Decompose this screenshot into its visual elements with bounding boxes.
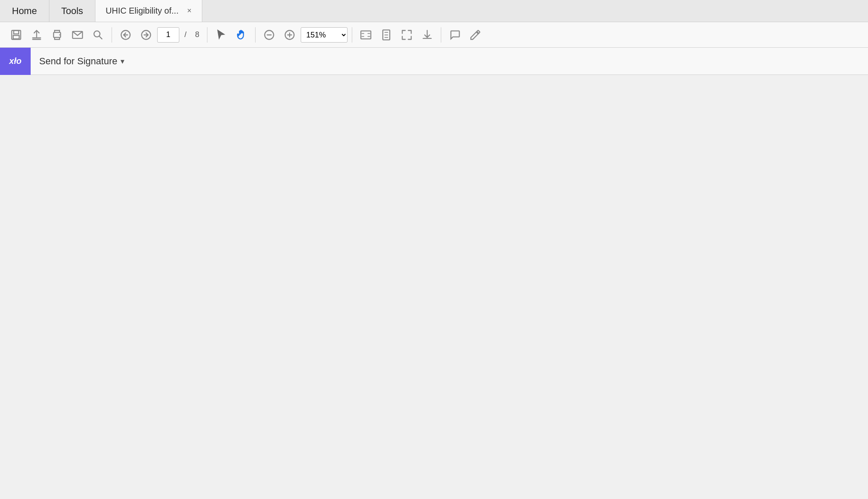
tab-doc-label: UHIC Eligibility of... [106, 6, 178, 16]
tab-bar: Home Tools UHIC Eligibility of... × [0, 0, 868, 22]
search-icon [92, 29, 104, 41]
page-number-input[interactable] [157, 27, 179, 43]
svg-rect-11 [361, 31, 371, 39]
tab-tools[interactable]: Tools [49, 0, 95, 22]
fit-width-icon [360, 29, 372, 41]
zoom-in-icon [284, 29, 296, 41]
upload-button[interactable] [27, 26, 46, 44]
print-button[interactable] [48, 26, 66, 44]
hand-tool-button[interactable] [232, 26, 251, 44]
close-icon[interactable]: × [187, 6, 192, 15]
upload-icon [31, 29, 43, 41]
plugin-logo: xło [0, 48, 31, 75]
email-icon [72, 29, 83, 41]
page-separator: / [184, 30, 187, 39]
document-content-area [0, 75, 868, 499]
prev-page-button[interactable] [116, 26, 135, 44]
fit-page-icon [380, 29, 392, 41]
separator-2 [207, 27, 207, 43]
fullscreen-button[interactable] [397, 26, 416, 44]
separator-5 [441, 27, 441, 43]
svg-rect-2 [13, 35, 19, 39]
separator-4 [352, 27, 352, 43]
separator-1 [112, 27, 112, 43]
plugin-toolbar: xło Send for Signature ▾ [0, 48, 868, 75]
send-signature-button[interactable]: Send for Signature ▾ [31, 56, 133, 67]
save-button[interactable] [7, 26, 26, 44]
download-icon [421, 29, 433, 41]
send-signature-label: Send for Signature [39, 56, 117, 67]
download-button[interactable] [418, 26, 437, 44]
tab-home[interactable]: Home [0, 0, 49, 22]
save-icon [10, 29, 22, 41]
svg-rect-1 [14, 30, 19, 34]
zoom-out-button[interactable] [260, 26, 279, 44]
svg-point-6 [94, 31, 100, 37]
cursor-icon [215, 29, 227, 41]
chevron-down-icon: ▾ [121, 57, 124, 66]
plugin-logo-text: xło [9, 56, 22, 66]
search-button[interactable] [89, 26, 107, 44]
tab-doc[interactable]: UHIC Eligibility of... × [95, 0, 202, 22]
comment-icon [449, 29, 461, 41]
fullscreen-icon [401, 29, 413, 41]
zoom-in-button[interactable] [280, 26, 299, 44]
main-toolbar: / 8 151% 25% 50% 75% 100% 125% 15 [0, 22, 868, 48]
next-page-icon [140, 29, 152, 41]
zoom-out-icon [263, 29, 275, 41]
comment-button[interactable] [445, 26, 464, 44]
page-total: 8 [195, 30, 199, 39]
hand-icon [236, 29, 247, 41]
email-button[interactable] [68, 26, 87, 44]
print-icon [51, 29, 63, 41]
prev-page-icon [120, 29, 132, 41]
tab-tools-label: Tools [61, 6, 83, 17]
tab-home-label: Home [12, 6, 37, 17]
separator-3 [255, 27, 256, 43]
edit-icon [469, 29, 481, 41]
zoom-select[interactable]: 151% 25% 50% 75% 100% 125% 150% 200% 400… [301, 27, 348, 43]
edit-button[interactable] [466, 26, 485, 44]
fit-page-button[interactable] [377, 26, 396, 44]
next-page-button[interactable] [137, 26, 155, 44]
cursor-tool-button[interactable] [212, 26, 230, 44]
fit-width-button[interactable] [356, 26, 375, 44]
svg-point-4 [59, 34, 60, 35]
